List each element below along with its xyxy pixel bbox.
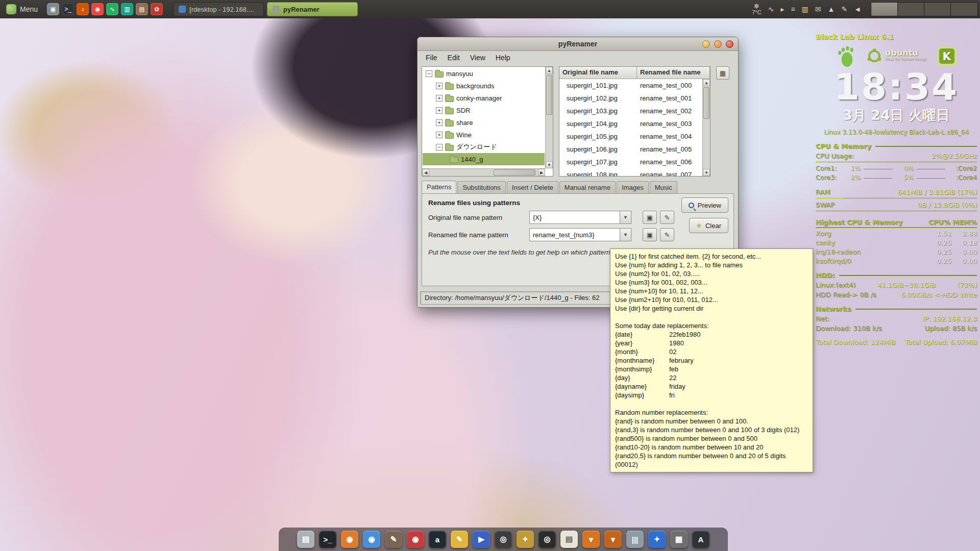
screenshot-tool-icon[interactable]: ▣ <box>47 3 59 15</box>
notes-app-icon[interactable]: ▤ <box>560 531 578 548</box>
titlebar[interactable]: pyRenamer <box>418 37 738 51</box>
tree-row[interactable]: +SDR <box>423 104 545 116</box>
menu-view[interactable]: View <box>465 52 491 63</box>
menu-button[interactable]: Menu <box>0 0 44 18</box>
maximize-button[interactable] <box>714 40 722 48</box>
pattern-edit-button[interactable]: ✎ <box>660 211 674 224</box>
image-editor-icon[interactable]: ✎ <box>385 531 402 548</box>
weather-snow-icon[interactable]: ❄7°C <box>752 3 761 15</box>
oscilloscope-icon[interactable]: ▥ <box>121 3 133 15</box>
file-row[interactable]: supergirl_102.jpgrename_test_001 <box>559 92 702 105</box>
workspace-3[interactable] <box>924 3 951 16</box>
pulse-monitor-icon[interactable]: ∿ <box>768 5 774 13</box>
original-pattern-input[interactable] <box>529 211 620 224</box>
translator-icon[interactable]: A <box>692 531 709 548</box>
taskbar-button[interactable]: pyRenamer <box>267 2 358 16</box>
awards-app-icon[interactable]: ✦ <box>517 531 534 548</box>
expander-plus-icon[interactable]: + <box>436 119 443 126</box>
combo-arrow-icon[interactable]: ▼ <box>620 211 631 224</box>
workspace-4[interactable] <box>951 3 977 16</box>
tab-insert-delete[interactable]: Insert / Delete <box>507 181 558 194</box>
menu-list-icon[interactable]: ≡ <box>791 5 795 13</box>
list-vertical-scrollbar[interactable]: ▲ ▼ <box>702 79 710 176</box>
media-app-icon[interactable]: ♪ <box>77 3 89 15</box>
tab-music[interactable]: Music <box>650 181 677 194</box>
expander-minus-icon[interactable]: − <box>436 144 443 151</box>
tab-manual-rename[interactable]: Manual rename <box>559 181 616 194</box>
disc-burner-icon[interactable]: ◎ <box>538 531 556 548</box>
tree-horizontal-scrollbar[interactable]: ◀ ▶ <box>422 168 545 176</box>
expander-plus-icon[interactable]: + <box>436 83 443 89</box>
tab-substitutions[interactable]: Substitutions <box>457 181 505 194</box>
system-monitor-icon[interactable]: ∿ <box>106 3 118 15</box>
eject-icon[interactable]: ▲ <box>828 5 835 13</box>
pattern-save-button[interactable]: ▣ <box>643 228 657 241</box>
tree-row[interactable]: +backgrounds <box>423 80 545 92</box>
tab-patterns[interactable]: Patterns <box>422 181 456 194</box>
menu-edit[interactable]: Edit <box>443 52 465 63</box>
download-manager-icon[interactable]: ✦ <box>648 531 666 548</box>
volume-icon[interactable]: ◄ <box>854 5 861 13</box>
text-editor-icon[interactable]: ✎ <box>451 531 468 548</box>
mail-icon[interactable]: ✉ <box>815 5 821 13</box>
workspace-1[interactable] <box>871 3 898 16</box>
file-row[interactable]: supergirl_104.jpgrename_test_003 <box>559 117 702 130</box>
amarok-icon[interactable]: a <box>429 531 446 548</box>
column-renamed-file-name[interactable]: Renamed file name <box>637 67 710 79</box>
tablet-pen-icon[interactable]: ✎ <box>841 5 847 13</box>
raspberry-pi-icon[interactable]: ✿ <box>151 3 163 15</box>
scroll-down-icon[interactable]: ▼ <box>703 169 710 176</box>
menu-help[interactable]: Help <box>491 52 516 63</box>
list-vscroll-thumb[interactable] <box>703 87 709 119</box>
pattern-save-button[interactable]: ▣ <box>643 211 657 224</box>
app-grid-icon[interactable]: ▦ <box>670 531 688 548</box>
file-row[interactable]: supergirl_107.jpgrename_test_006 <box>559 156 702 168</box>
file-row[interactable]: supergirl_105.jpgrename_test_004 <box>559 130 702 143</box>
expander-plus-icon[interactable]: + <box>436 107 443 114</box>
chrome-icon[interactable]: ◉ <box>363 531 380 548</box>
chrome-icon[interactable]: ◉ <box>91 3 104 15</box>
expander-minus-icon[interactable]: − <box>426 70 432 77</box>
video-player-icon[interactable]: ▶ <box>473 531 490 548</box>
tree-row[interactable]: +share <box>423 116 545 129</box>
taskbar-button[interactable]: [rdesktop - 192.168.... <box>173 2 264 16</box>
renamed-pattern-input[interactable] <box>529 228 620 241</box>
tree-row[interactable]: +conky-manager <box>423 92 545 104</box>
tree-row[interactable]: −mansyuu <box>423 67 545 80</box>
expander-plus-icon[interactable]: + <box>436 132 443 138</box>
preview-button[interactable]: Preview <box>681 197 728 213</box>
scroll-right-icon[interactable]: ▶ <box>538 169 545 176</box>
scroll-left-icon[interactable]: ◀ <box>422 169 429 176</box>
tree-row[interactable]: −ダウンロード <box>423 141 545 153</box>
print-manager-icon[interactable]: ▤ <box>297 531 314 548</box>
column-original-file-name[interactable]: Original file name <box>559 67 637 79</box>
workspace-2[interactable] <box>898 3 924 16</box>
expander-plus-icon[interactable]: + <box>436 95 443 102</box>
file-row[interactable]: supergirl_101.jpgrename_test_000 <box>559 79 702 92</box>
minimize-button[interactable] <box>702 40 710 48</box>
tree-vscroll-thumb[interactable] <box>546 75 552 115</box>
equalizer-icon[interactable]: ||| <box>626 531 644 548</box>
tree-vertical-scrollbar[interactable]: ▲ ▼ <box>545 67 553 168</box>
file-row[interactable]: supergirl_108.jpgrename_test_007 <box>559 168 702 176</box>
close-button[interactable] <box>726 40 733 48</box>
tree-row[interactable]: 1440_g <box>423 153 545 165</box>
terminal-icon[interactable]: >_ <box>319 531 336 548</box>
scroll-up-icon[interactable]: ▲ <box>703 79 710 86</box>
usb-writer-icon[interactable]: ▼ <box>582 531 600 548</box>
firefox-icon[interactable]: ◉ <box>341 531 358 548</box>
camera-app-icon[interactable]: ◎ <box>495 531 512 548</box>
tree-hscroll-thumb[interactable] <box>494 169 535 176</box>
usb-writer-2-icon[interactable]: ▼ <box>604 531 622 548</box>
file-row[interactable]: supergirl_106.jpgrename_test_005 <box>559 143 702 156</box>
resource-graph-icon[interactable]: ▥ <box>802 5 808 13</box>
notifier-icon[interactable]: ▸ <box>780 5 784 13</box>
scroll-down-icon[interactable]: ▼ <box>546 161 553 168</box>
terminal-icon[interactable]: >_ <box>62 3 74 15</box>
tree-row[interactable]: +Wine <box>423 129 545 141</box>
scroll-up-icon[interactable]: ▲ <box>546 67 553 74</box>
menu-file[interactable]: File <box>421 52 443 63</box>
clear-button[interactable]: ✳ Clear <box>689 218 728 233</box>
combo-arrow-icon[interactable]: ▼ <box>620 228 631 241</box>
screenshot-eye-icon[interactable]: ◉ <box>407 531 424 548</box>
